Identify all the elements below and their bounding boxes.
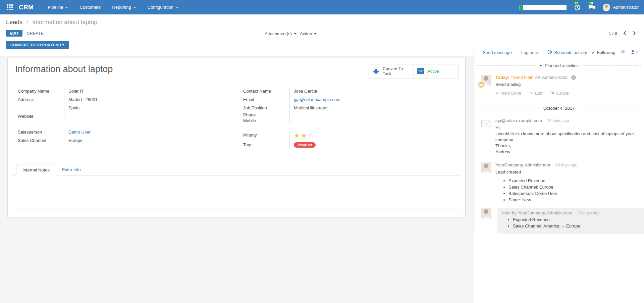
caret-down-icon xyxy=(314,33,317,35)
field-label: Address xyxy=(18,95,64,104)
message-body: Lead created xyxy=(495,169,638,175)
bug-icon xyxy=(372,67,380,76)
mobile-value xyxy=(290,118,459,123)
create-button[interactable]: CREATE xyxy=(27,31,44,36)
tab-extra-info[interactable]: Extra Info xyxy=(56,164,87,175)
activity-note: Send mailing xyxy=(495,82,576,87)
control-panel: Leads / Information about laptop EDIT CR… xyxy=(0,14,644,41)
convert-to-opportunity-button[interactable]: CONVERT TO OPPORTUNITY xyxy=(6,41,69,49)
activity-count-badge: 19 xyxy=(573,1,579,5)
app-title: CRM xyxy=(19,4,34,11)
cancel-activity-button[interactable]: ✖Cancel xyxy=(551,91,569,96)
activity-assignee: Administrator xyxy=(542,75,568,80)
archive-box-icon xyxy=(417,68,424,75)
address-country-value: Spain xyxy=(64,104,233,112)
planned-activity-item: Today: "Send mail" for Administrator i S… xyxy=(474,75,644,96)
breadcrumb-current: Information about laptop xyxy=(32,19,97,26)
edit-activity-button[interactable]: ✎Edit xyxy=(530,91,542,96)
field-label: Sales Channel xyxy=(18,136,64,145)
envelope-icon xyxy=(481,118,491,129)
message-note: Note by YourCompany, Administrator - 19 … xyxy=(474,208,644,234)
check-icon: ✔ xyxy=(592,50,595,55)
field-label: Salesperson xyxy=(18,128,64,136)
date-divider: October 4, 2017 xyxy=(474,106,644,111)
menu-configuration[interactable]: Configuration xyxy=(148,5,178,10)
followers-count-button[interactable]: 2 xyxy=(631,50,639,55)
user-menu[interactable]: Administrator xyxy=(603,4,639,11)
action-dropdown[interactable]: Action xyxy=(300,31,317,36)
tag-product: Product xyxy=(294,142,316,148)
clock-icon xyxy=(547,50,552,55)
stat-button-box: Convert To Task Active xyxy=(369,64,459,79)
activity-email-icon xyxy=(478,81,485,88)
mark-done-button[interactable]: ✔Mark Done xyxy=(495,91,521,96)
attachments-dropdown[interactable]: Attachment(s) xyxy=(265,31,297,36)
message-author[interactable]: YourCompany, Administrator xyxy=(495,162,550,167)
tracking-values: Expected Revenue: Sales Channel: Europe … xyxy=(495,179,638,202)
activity-avatar xyxy=(481,75,491,86)
menu-reporting[interactable]: Reporting xyxy=(112,5,136,10)
chatter-toolbar: Send message Log note Schedule activity … xyxy=(474,49,644,56)
log-note-button[interactable]: Log note xyxy=(521,50,538,55)
following-button[interactable]: ✔ Following xyxy=(592,50,615,55)
priority-stars[interactable]: ★★☆ xyxy=(294,132,315,140)
messages-icon[interactable]: 23 xyxy=(588,3,596,11)
email-link[interactable]: jga@solar.example.com xyxy=(294,97,340,102)
lead-title: Information about laptop xyxy=(13,64,113,74)
note-header: Note by YourCompany, Administrator xyxy=(501,210,573,215)
user-avatar xyxy=(603,4,610,11)
field-label: Phone xyxy=(243,112,290,118)
field-label: Email xyxy=(243,95,290,104)
edit-button[interactable]: EDIT xyxy=(6,30,22,37)
chatter-panel: Send message Log note Schedule activity … xyxy=(474,46,644,236)
author-avatar xyxy=(481,208,491,219)
systray-progress-bar[interactable] xyxy=(520,5,567,10)
field-label xyxy=(18,104,64,112)
convert-to-task-button[interactable]: Convert To Task xyxy=(369,64,414,79)
user-name: Administrator xyxy=(613,5,639,10)
star-filled-icon[interactable]: ★ xyxy=(294,132,301,140)
pager: 1 / 8 xyxy=(609,30,637,36)
tracking-values: Expected Revenue: Sales Channel: America… xyxy=(501,217,640,229)
field-label: Priority xyxy=(243,131,290,141)
author-avatar xyxy=(481,162,491,173)
salesperson-link[interactable]: Demo User xyxy=(68,130,91,135)
star-filled-icon[interactable]: ★ xyxy=(301,132,308,140)
apps-grid-icon[interactable] xyxy=(5,3,14,12)
address-city-zip-value: Madrid 28001 xyxy=(64,95,233,104)
planned-activities-header[interactable]: Planned activities xyxy=(474,63,644,68)
website-value xyxy=(64,112,233,120)
message-count-badge: 23 xyxy=(588,1,594,5)
activity-summary: "Send mail" xyxy=(511,75,534,80)
bell-icon[interactable] xyxy=(621,49,626,56)
top-navbar: CRM Pipeline Customers Reporting Configu… xyxy=(0,0,644,14)
chevron-left-icon[interactable] xyxy=(623,30,627,36)
sheet-divider xyxy=(16,209,461,209)
activity-clock-icon[interactable]: 19 xyxy=(573,3,581,11)
chevron-right-icon[interactable] xyxy=(632,30,637,36)
info-icon[interactable]: i xyxy=(571,75,576,80)
send-message-button[interactable]: Send message xyxy=(483,50,512,55)
group-priority-tags: Priority ★★☆ Tags Product xyxy=(243,131,459,149)
company-name-value: Solar IT xyxy=(64,87,233,95)
active-toggle-button[interactable]: Active xyxy=(414,64,458,79)
message-author[interactable]: jga@solar.example.com xyxy=(495,118,542,123)
breadcrumb-leads-link[interactable]: Leads xyxy=(6,19,22,26)
cross-icon: ✖ xyxy=(551,91,554,96)
menu-customers[interactable]: Customers xyxy=(79,5,101,10)
message-time: - 19 days ago xyxy=(553,163,578,167)
progress-fill xyxy=(520,5,523,10)
menu-pipeline[interactable]: Pipeline xyxy=(48,5,68,10)
message-lead-created: YourCompany, Administrator - 19 days ago… xyxy=(474,162,644,204)
field-label: Website xyxy=(18,112,64,120)
caret-down-icon xyxy=(176,7,178,8)
field-label: Contact Name xyxy=(243,87,290,95)
check-icon: ✔ xyxy=(495,91,499,96)
lead-form-sheet: Information about laptop Convert To Task xyxy=(7,58,466,217)
star-outline-icon[interactable]: ☆ xyxy=(308,132,315,140)
tab-internal-notes[interactable]: Internal Notes xyxy=(16,164,56,175)
notebook-tabs: Internal Notes Extra Info xyxy=(13,164,460,175)
group-sales: SalespersonDemo User Sales ChannelEurope xyxy=(18,128,233,145)
schedule-activity-button[interactable]: Schedule activity xyxy=(547,50,587,55)
message-time: - 19 days ago xyxy=(545,118,569,123)
